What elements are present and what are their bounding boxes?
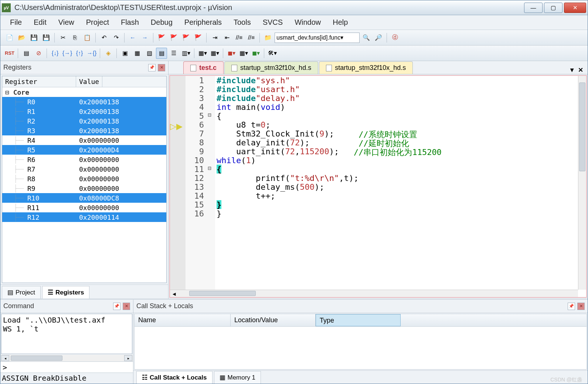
pin-icon[interactable]: 📌 <box>568 303 575 310</box>
analysis-1-icon[interactable]: ◼▾ <box>226 48 237 59</box>
menu-edit[interactable]: Edit <box>28 17 51 28</box>
menu-tools[interactable]: Tools <box>228 17 256 28</box>
register-row[interactable]: R70x00000000 <box>2 164 166 174</box>
registers-table[interactable]: Register Value Core R00x20000138R10x2000… <box>2 76 167 283</box>
outdent-icon[interactable]: ⇤ <box>221 32 232 43</box>
bookmark-next-icon[interactable]: 🚩 <box>180 32 191 43</box>
register-row[interactable]: R10x20000138 <box>2 107 166 116</box>
bookmark-icon[interactable]: 🚩 <box>156 32 167 43</box>
reset-icon[interactable]: RST <box>4 48 15 59</box>
register-row[interactable]: R100x08000DC8 <box>2 193 166 203</box>
editor-vscrollbar[interactable] <box>578 76 586 290</box>
tab-close-icon[interactable]: ✕ <box>578 66 583 74</box>
symbols-icon[interactable]: ▧ <box>144 48 155 59</box>
analysis-3-icon[interactable]: ◼▾ <box>250 48 261 59</box>
editor-tab[interactable]: test.c <box>183 61 224 74</box>
incremental-find-icon[interactable]: 🔎 <box>373 32 384 43</box>
tab-callstack-locals[interactable]: ☷ Call Stack + Locals <box>136 371 213 384</box>
pin-icon[interactable]: 📌 <box>148 64 156 71</box>
close-button[interactable]: ✕ <box>564 3 586 13</box>
register-row[interactable]: R40x00000000 <box>2 135 166 145</box>
step-over-icon[interactable]: {→} <box>62 48 73 59</box>
editor-tab[interactable]: startup_stm32f10x_hd.s <box>319 61 413 74</box>
comment-icon[interactable]: //≡ <box>234 32 245 43</box>
code-editor[interactable]: ▷▶ 12345678910111213141516 ⊟⊟ #include "… <box>169 75 587 298</box>
run-icon[interactable]: ▤ <box>21 48 32 59</box>
uncomment-icon[interactable]: //≡ <box>246 32 257 43</box>
copy-icon[interactable]: ⎘ <box>69 32 81 43</box>
command-hscrollbar[interactable]: ◂▸ <box>0 355 133 361</box>
find-in-files-icon[interactable]: 📁 <box>262 32 273 43</box>
analysis-2-icon[interactable]: ▦▾ <box>238 48 249 59</box>
locals-table[interactable]: Name Location/Value Type <box>134 314 587 370</box>
register-row[interactable]: R80x00000000 <box>2 174 166 183</box>
tab-registers[interactable]: ☰ Registers <box>42 286 89 299</box>
tab-project[interactable]: ▤ Project <box>2 286 41 299</box>
menu-view[interactable]: View <box>53 17 79 28</box>
command-input[interactable]: > <box>0 361 133 373</box>
register-row[interactable]: R50x200000D4 <box>2 145 166 155</box>
open-icon[interactable]: 📂 <box>16 32 27 43</box>
menu-help[interactable]: Help <box>327 17 353 28</box>
register-row[interactable]: R00x20000138 <box>2 97 166 107</box>
register-row[interactable]: R120x20000114 <box>2 212 166 222</box>
close-pane-icon[interactable]: ✕ <box>577 303 585 310</box>
new-file-icon[interactable]: 📄 <box>4 32 15 43</box>
tab-dropdown-icon[interactable]: ▼ <box>569 67 575 74</box>
menu-flash[interactable]: Flash <box>116 17 144 28</box>
redo-icon[interactable]: ↷ <box>111 32 122 43</box>
fold-gutter[interactable]: ⊟⊟ <box>208 76 215 297</box>
nav-forward-icon[interactable]: → <box>139 32 150 43</box>
editor-hscrollbar[interactable]: ◂ <box>170 290 578 297</box>
register-row[interactable]: R20x20000138 <box>2 116 166 126</box>
register-group-core[interactable]: Core <box>2 87 166 97</box>
command-output[interactable]: Load "..\\OBJ\\test.axfWS 1, `t <box>1 314 132 354</box>
step-into-icon[interactable]: {↓} <box>50 48 61 59</box>
close-pane-icon[interactable]: ✕ <box>123 303 130 310</box>
menu-debug[interactable]: Debug <box>146 17 178 28</box>
call-stack-icon[interactable]: ☰ <box>168 48 179 59</box>
toolbox-icon[interactable]: 🛠▾ <box>267 48 278 59</box>
locals-col-name[interactable]: Name <box>135 314 231 326</box>
menu-project[interactable]: Project <box>81 17 114 28</box>
locals-col-type[interactable]: Type <box>316 314 401 326</box>
watch-icon[interactable]: ▥▾ <box>180 48 191 59</box>
code-content[interactable]: #include "sys.h"#include "usart.h"#inclu… <box>215 76 586 297</box>
locals-col-location[interactable]: Location/Value <box>231 314 316 326</box>
titlebar[interactable]: µV C:\Users\Administrator\Desktop\TEST\U… <box>0 0 588 15</box>
paste-icon[interactable]: 📋 <box>82 32 93 43</box>
run-to-cursor-icon[interactable]: →{} <box>86 48 97 59</box>
debug-icon[interactable]: ⓓ <box>390 32 401 43</box>
memory-icon[interactable]: ▦▾ <box>197 48 208 59</box>
save-icon[interactable]: 💾 <box>28 32 40 43</box>
register-row[interactable]: R60x00000000 <box>2 155 166 164</box>
editor-tab[interactable]: startup_stm32f10x_hd.s <box>224 61 318 74</box>
register-row[interactable]: R90x00000000 <box>2 183 166 193</box>
gutter[interactable] <box>170 76 186 297</box>
menu-window[interactable]: Window <box>289 17 326 28</box>
bookmark-clear-icon[interactable]: 🚩 <box>193 32 204 43</box>
menu-svcs[interactable]: SVCS <box>258 17 288 28</box>
serial-icon[interactable]: ▦▾ <box>209 48 220 59</box>
pin-icon[interactable]: 📌 <box>113 303 120 310</box>
step-out-icon[interactable]: {↑} <box>74 48 85 59</box>
indent-icon[interactable]: ⇥ <box>209 32 220 43</box>
register-row[interactable]: R30x20000138 <box>2 126 166 135</box>
minimize-button[interactable]: — <box>524 3 543 13</box>
find-combo[interactable]: usmart_dev.funs[id].func▾ <box>275 33 360 43</box>
menu-file[interactable]: File <box>5 17 27 28</box>
close-pane-icon[interactable]: ✕ <box>158 64 165 71</box>
save-all-icon[interactable]: 💾 <box>41 32 52 43</box>
registers-window-icon[interactable]: ▤ <box>156 48 167 59</box>
disassembly-icon[interactable]: ▦ <box>132 48 143 59</box>
nav-back-icon[interactable]: ← <box>127 32 138 43</box>
cut-icon[interactable]: ✂ <box>57 32 68 43</box>
command-window-icon[interactable]: ▣ <box>119 48 130 59</box>
undo-icon[interactable]: ↶ <box>98 32 109 43</box>
maximize-button[interactable]: ▢ <box>544 3 562 13</box>
tab-memory1[interactable]: ▦ Memory 1 <box>214 371 261 384</box>
menu-peripherals[interactable]: Peripherals <box>179 17 227 28</box>
find-icon[interactable]: 🔍 <box>361 32 372 43</box>
show-next-statement-icon[interactable]: ◈ <box>103 48 114 59</box>
stop-icon[interactable]: ⊘ <box>33 48 44 59</box>
